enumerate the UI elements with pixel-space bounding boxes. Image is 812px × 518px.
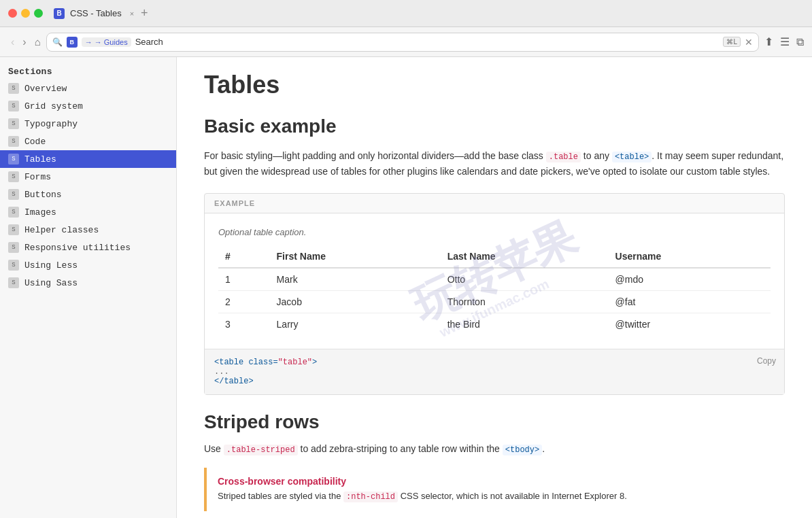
overview-icon: S [8,83,19,94]
sidebar-item-label: Code [24,137,46,147]
example-box: EXAMPLE Optional table caption. # First … [204,193,785,395]
table-element-code: <table> [612,152,652,162]
content-area: Tables Basic example For basic styling—l… [177,57,812,518]
copy-button[interactable]: Copy [757,356,776,366]
nth-child-code: :nth-child [343,491,398,502]
minimize-button[interactable] [21,9,30,18]
toolbar-actions: ⬆ ☰ ⧉ [764,35,804,48]
sidebar-item-images[interactable]: S Images [0,203,176,221]
basic-example-title: Basic example [204,116,785,137]
cell-first-1: Mark [270,268,441,291]
table-header-row: # First Name Last Name Username [218,245,771,268]
maximize-button[interactable] [34,9,43,18]
sidebar-item-label: Typography [24,119,78,129]
sidebar-item-using-sass[interactable]: S Using Sass [0,274,176,292]
share-button[interactable]: ⬆ [764,35,773,48]
table-class-code: .table [546,152,581,162]
col-header-first: First Name [270,245,441,268]
sidebar-item-responsive-utilities[interactable]: S Responsive utilities [0,239,176,256]
table-row: 2 Jacob Thornton @fat [218,290,771,313]
sidebar-item-label: Using Less [24,260,78,271]
sidebar-item-forms[interactable]: S Forms [0,168,176,186]
sidebar-item-buttons[interactable]: S Buttons [0,186,176,203]
sidebar-item-tables[interactable]: S Tables [0,150,176,168]
striped-rows-description: Use .table-striped to add zebra-striping… [204,441,785,457]
striped-desc-text-3: . [542,443,545,454]
example-content: Optional table caption. # First Name Las… [205,213,784,349]
forward-button[interactable]: › [20,35,29,50]
guides-label: → Guides [95,38,128,46]
alert-title: Cross-browser compatibility [218,476,774,487]
navbar: ‹ › ⌂ 🔍 B → → Guides ⌘L ✕ ⬆ ☰ ⧉ [0,27,812,57]
cell-last-3: the Bird [441,313,609,335]
pip-button[interactable]: ⧉ [796,36,804,48]
sidebar-item-helper-classes[interactable]: S Helper classes [0,221,176,239]
page-title: Tables [204,71,785,99]
address-input[interactable] [135,37,720,47]
sidebar-item-label: Images [24,207,56,218]
sidebar-section-title: Sections [0,63,176,80]
striped-desc-text-1: Use [204,443,224,454]
sidebar-item-label: Overview [24,84,67,94]
sidebar-item-label: Grid system [24,101,83,111]
code-closing-tag: </table> [214,377,254,386]
alert-text: Striped tables are styled via the :nth-c… [218,489,774,503]
images-icon: S [8,207,19,218]
code-line-2: ... [214,367,775,377]
buttons-icon: S [8,189,19,200]
code-line-3: </table> [214,377,775,386]
titlebar: B CSS - Tables × + [0,0,812,27]
desc-text-2: to any [581,150,612,161]
responsive-utilities-icon: S [8,242,19,253]
table-row: 3 Larry the Bird @twitter [218,313,771,335]
using-sass-icon: S [8,277,19,288]
helper-classes-icon: S [8,224,19,235]
cell-first-2: Jacob [270,290,441,313]
basic-example-description: For basic styling—light padding and only… [204,148,785,179]
cell-last-1: Otto [441,268,609,291]
sidebar-item-using-less[interactable]: S Using Less [0,256,176,274]
new-tab-button[interactable]: + [141,6,148,20]
using-less-icon: S [8,260,19,271]
alert-text-2: CSS selector, which is not available in … [398,491,627,501]
tab-close-button[interactable]: × [130,10,134,18]
keyboard-shortcut: ⌘L [723,37,741,47]
code-tag: <table class="table"> [214,358,317,367]
sidebar: Sections S Overview S Grid system S Typo… [0,57,177,518]
sidebar-item-grid-system[interactable]: S Grid system [0,97,176,115]
search-icon: 🔍 [52,37,63,47]
sidebar-item-overview[interactable]: S Overview [0,80,176,97]
back-button[interactable]: ‹ [8,35,17,50]
alert-text-1: Striped tables are styled via the [218,491,343,501]
col-header-username: Username [609,245,771,268]
sidebar-item-typography[interactable]: S Typography [0,115,176,133]
alert-box: Cross-browser compatibility Striped tabl… [204,468,785,511]
sidebar-item-code[interactable]: S Code [0,133,176,150]
code-line-1: <table class="table"> [214,358,775,367]
clear-address-button[interactable]: ✕ [745,37,753,48]
cell-last-2: Thornton [441,290,609,313]
cell-num-2: 2 [218,290,270,313]
reader-button[interactable]: ☰ [780,35,790,48]
sidebar-item-label: Helper classes [24,225,99,235]
table-row: 1 Mark Otto @mdo [218,268,771,291]
tab-area: B CSS - Tables × + [54,6,148,20]
forms-icon: S [8,171,19,182]
nav-arrows: ‹ › [8,35,29,50]
striped-rows-title: Striped rows [204,411,785,433]
guides-badge[interactable]: → → Guides [82,37,131,47]
sidebar-item-label: Responsive utilities [24,243,131,253]
example-label: EXAMPLE [205,194,784,213]
close-button[interactable] [8,9,17,18]
cell-username-3: @twitter [609,313,771,335]
code-icon: S [8,136,19,147]
striped-desc-text-2: to add zebra-striping to any table row w… [298,443,503,454]
home-button[interactable]: ⌂ [35,36,41,48]
typography-icon: S [8,118,19,129]
table-striped-code: .table-striped [224,445,298,455]
cell-username-1: @mdo [609,268,771,291]
sidebar-item-label: Buttons [24,190,62,200]
demo-table: # First Name Last Name Username 1 Mark O… [218,245,771,335]
grid-system-icon: S [8,101,19,111]
sidebar-item-label: Tables [24,154,56,165]
